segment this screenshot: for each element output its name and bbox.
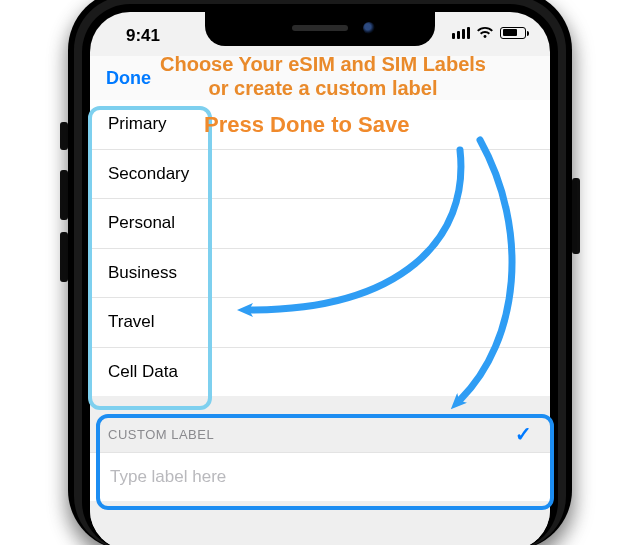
cellular-icon bbox=[452, 27, 470, 39]
list-item-label: Primary bbox=[108, 114, 167, 134]
list-item-label: Cell Data bbox=[108, 362, 178, 382]
list-item[interactable]: Primary bbox=[90, 100, 550, 150]
notch bbox=[205, 12, 435, 46]
side-button bbox=[572, 178, 580, 254]
checkmark-icon: ✓ bbox=[515, 422, 533, 446]
section-header-text: CUSTOM LABEL bbox=[108, 427, 214, 442]
list-item[interactable]: Personal bbox=[90, 199, 550, 249]
list-item[interactable]: Business bbox=[90, 249, 550, 299]
done-button[interactable]: Done bbox=[106, 68, 151, 89]
volume-down-button bbox=[60, 232, 68, 282]
list-item-label: Travel bbox=[108, 312, 155, 332]
custom-label-input[interactable] bbox=[108, 466, 532, 488]
list-item[interactable]: Travel bbox=[90, 298, 550, 348]
volume-up-button bbox=[60, 170, 68, 220]
custom-label-header: CUSTOM LABEL ✓ bbox=[90, 396, 550, 452]
mute-switch bbox=[60, 122, 68, 150]
wifi-icon bbox=[476, 26, 494, 39]
list-item-label: Secondary bbox=[108, 164, 189, 184]
content: Primary Secondary Personal Business Trav… bbox=[90, 100, 550, 545]
list-item-label: Business bbox=[108, 263, 177, 283]
list-item[interactable]: Cell Data bbox=[90, 348, 550, 397]
phone-body: 9:41 Done Primary Secondary bbox=[68, 0, 572, 545]
screen: 9:41 Done Primary Secondary bbox=[90, 12, 550, 545]
custom-label-row[interactable] bbox=[90, 452, 550, 501]
status-time: 9:41 bbox=[126, 26, 160, 46]
list-item[interactable]: Secondary bbox=[90, 150, 550, 200]
nav-bar: Done bbox=[90, 56, 550, 101]
battery-icon bbox=[500, 27, 526, 39]
list-item-label: Personal bbox=[108, 213, 175, 233]
label-list: Primary Secondary Personal Business Trav… bbox=[90, 100, 550, 396]
